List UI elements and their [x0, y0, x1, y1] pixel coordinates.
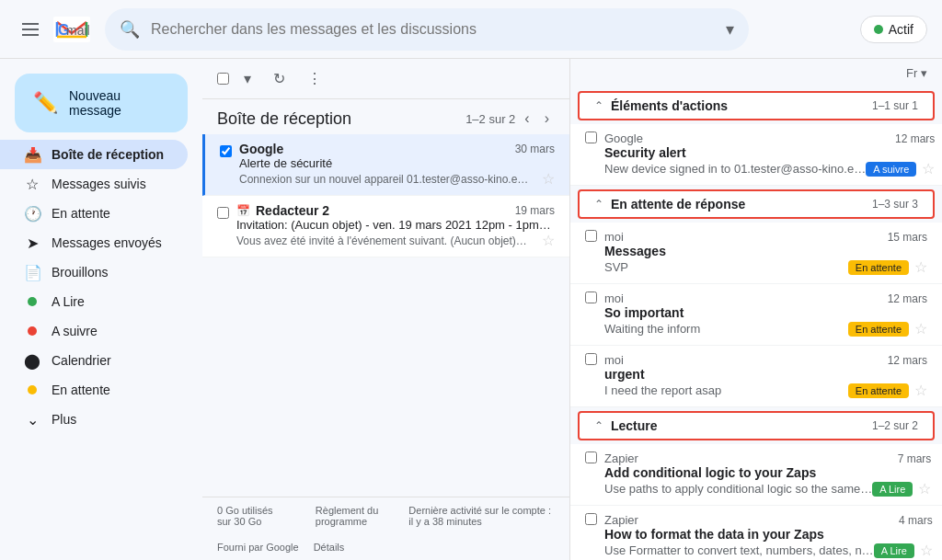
sidebar: ✏️ Nouveau message 📥 Boîte de réception … [0, 59, 202, 560]
right-email-checkbox[interactable] [585, 353, 597, 365]
star-toggle[interactable]: ☆ [542, 232, 555, 249]
sidebar-item-en-attente[interactable]: 🕐 En attente [0, 199, 188, 228]
sidebar-item-suivis[interactable]: ☆ Messages suivis [0, 169, 188, 199]
storage-text: 0 Go utilisés sur 30 Go [217, 505, 286, 527]
inbox-icon: 📥 [24, 146, 40, 164]
right-email-sender: Zapier [604, 451, 638, 465]
right-email-checkbox[interactable] [585, 131, 597, 143]
star-icon: ☆ [24, 176, 40, 193]
star-toggle[interactable]: ☆ [920, 542, 933, 559]
last-activity-text: Dernière activité sur le compte : il y a… [408, 505, 555, 527]
sidebar-item-label: Calendrier [52, 353, 111, 368]
status-button[interactable]: Actif [860, 16, 927, 43]
inbox-header: Boîte de réception 1–2 sur 2 ‹ › [202, 99, 569, 134]
right-email-date: 12 mars [895, 132, 935, 145]
calendar-dot-icon: ⬤ [24, 352, 40, 370]
prev-page-button[interactable]: ‹ [519, 107, 534, 131]
right-email-subject: Security alert [604, 145, 935, 160]
badge-attente: En attente [848, 383, 909, 398]
search-input[interactable] [151, 21, 715, 38]
right-email-subject: Messages [604, 244, 927, 258]
search-dropdown-icon[interactable]: ▾ [726, 19, 734, 40]
right-email-preview: Waiting the inform [604, 322, 700, 336]
sidebar-item-label: Brouillons [52, 265, 108, 280]
right-email-item[interactable]: Zapier 7 mars Add conditional logic to y… [570, 444, 942, 506]
gmail-logo: G mail [53, 17, 90, 42]
send-icon: ➤ [24, 234, 40, 252]
search-bar[interactable]: 🔍 ▾ [105, 8, 749, 51]
right-email-meta: A suivre ☆ [866, 160, 935, 177]
sidebar-item-boite[interactable]: 📥 Boîte de réception [0, 140, 188, 169]
collapse-attente-icon[interactable]: ⌃ [594, 198, 603, 211]
details-link[interactable]: Détails [314, 542, 345, 553]
badge-attente: En attente [848, 322, 909, 337]
new-message-label: Nouveau message [69, 88, 169, 118]
sidebar-item-plus[interactable]: ⌄ Plus [0, 405, 188, 434]
right-email-item[interactable]: Google 12 mars Security alert New device… [570, 124, 942, 186]
right-email-checkbox[interactable] [585, 291, 597, 303]
right-email-item[interactable]: moi 12 mars urgent I need the report asa… [570, 346, 942, 407]
compose-plus-icon: ✏️ [33, 91, 58, 115]
right-email-checkbox[interactable] [585, 451, 597, 463]
hamburger-menu[interactable] [15, 16, 46, 43]
sidebar-item-alire[interactable]: A Lire [0, 287, 188, 316]
red-dot-icon [24, 323, 40, 339]
right-email-item[interactable]: Zapier 4 mars How to format the data in … [570, 506, 942, 560]
sidebar-item-envoyes[interactable]: ➤ Messages envoyés [0, 228, 188, 257]
right-email-body: Google 12 mars Security alert New device… [604, 131, 935, 177]
status-dot [874, 25, 883, 34]
inbox-navigation: 1–2 sur 2 ‹ › [465, 107, 555, 131]
email-item[interactable]: Google 30 mars Alerte de sécurité Connex… [202, 134, 569, 196]
main-layout: ✏️ Nouveau message 📥 Boîte de réception … [0, 59, 942, 560]
email-checkbox[interactable] [220, 145, 232, 157]
language-selector[interactable]: Fr ▾ [906, 66, 927, 80]
right-email-preview: New device signed in to 01.tester@asso-k… [604, 162, 866, 176]
star-toggle[interactable]: ☆ [542, 170, 555, 188]
star-toggle[interactable]: ☆ [918, 480, 931, 497]
sidebar-item-brouillons[interactable]: 📄 Brouillons [0, 257, 188, 287]
star-toggle[interactable]: ☆ [914, 382, 927, 399]
right-email-body: moi 15 mars Messages SVP En attente ☆ [604, 230, 927, 276]
right-email-checkbox[interactable] [585, 513, 597, 525]
badge-alire: A Lire [874, 543, 914, 558]
star-toggle[interactable]: ☆ [922, 160, 935, 177]
sidebar-item-en-attente2[interactable]: En attente [0, 375, 188, 405]
right-email-item[interactable]: moi 15 mars Messages SVP En attente ☆ [570, 223, 942, 284]
lecture-section-count: 1–2 sur 2 [872, 419, 918, 432]
actions-title-row: ⌃ Éléments d'actions [594, 98, 728, 113]
actions-section-count: 1–1 sur 1 [872, 99, 918, 112]
select-all-checkbox[interactable] [217, 73, 229, 85]
inbox-title: Boîte de réception [217, 109, 351, 129]
right-email-body: moi 12 mars urgent I need the report asa… [604, 353, 927, 399]
email-subject: Invitation: (Aucun objet) - ven. 19 mars… [236, 218, 555, 232]
sidebar-item-asuivre[interactable]: A suivre [0, 316, 188, 346]
collapse-actions-icon[interactable]: ⌃ [594, 99, 603, 112]
new-message-button[interactable]: ✏️ Nouveau message [15, 74, 188, 132]
right-email-item[interactable]: moi 12 mars So important Waiting the inf… [570, 284, 942, 346]
right-email-date: 7 mars [898, 452, 932, 465]
inbox-panel: ▾ ↻ ⋮ Boîte de réception 1–2 sur 2 ‹ › [202, 59, 570, 560]
email-checkbox[interactable] [217, 207, 229, 219]
right-email-meta: En attente ☆ [848, 258, 927, 276]
sidebar-item-label: Boîte de réception [52, 147, 164, 162]
content-area: ▾ ↻ ⋮ Boîte de réception 1–2 sur 2 ‹ › [202, 59, 942, 560]
star-toggle[interactable]: ☆ [914, 258, 927, 276]
right-email-checkbox[interactable] [585, 230, 597, 242]
email-body: 📅 Redacteur 2 19 mars Invitation: (Aucun… [236, 203, 555, 249]
collapse-lecture-icon[interactable]: ⌃ [594, 419, 603, 432]
next-page-button[interactable]: › [539, 107, 555, 131]
refresh-button[interactable]: ↻ [266, 66, 293, 91]
star-toggle[interactable]: ☆ [914, 320, 927, 337]
status-label: Actif [889, 22, 913, 37]
right-email-meta: En attente ☆ [848, 382, 927, 399]
attente-section-header: ⌃ En attente de réponse 1–3 sur 3 [578, 189, 935, 219]
sidebar-item-calendrier[interactable]: ⬤ Calendrier [0, 346, 188, 375]
email-item[interactable]: 📅 Redacteur 2 19 mars Invitation: (Aucun… [202, 196, 569, 257]
actions-section-header: ⌃ Éléments d'actions 1–1 sur 1 [578, 91, 935, 120]
email-list: Google 30 mars Alerte de sécurité Connex… [202, 134, 569, 497]
sidebar-item-label: Messages suivis [52, 177, 146, 191]
more-options-button[interactable]: ⋮ [300, 66, 329, 91]
sidebar-item-label: A Lire [52, 294, 85, 309]
inbox-count: 1–2 sur 2 [465, 112, 515, 126]
select-dropdown-button[interactable]: ▾ [236, 66, 258, 91]
